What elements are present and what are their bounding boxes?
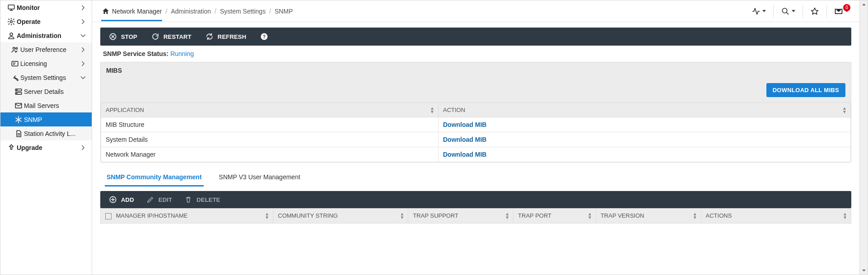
mibs-title: MIBS xyxy=(101,62,851,79)
search-icon[interactable] xyxy=(781,7,795,16)
chevron-right-icon xyxy=(79,143,87,152)
snmp-tabs: SNMP Community Management SNMP V3 User M… xyxy=(105,171,851,186)
activity-icon[interactable] xyxy=(751,7,766,16)
sidebar-item-mail-servers[interactable]: Mail Servers xyxy=(0,98,92,112)
breadcrumb-item-2[interactable]: System Settings xyxy=(220,8,266,15)
managers-toolbar: ADD EDIT DELETE xyxy=(100,191,851,208)
scrollbar[interactable] xyxy=(859,0,868,275)
col-trap-support[interactable]: TRAP SUPPORT ▲▼ xyxy=(408,209,513,224)
download-mib-link[interactable]: Download MIB xyxy=(443,121,486,128)
topbar: Network Manager / Administration / Syste… xyxy=(92,0,859,22)
help-button[interactable]: ? xyxy=(260,32,269,41)
sort-icon: ▲▼ xyxy=(842,107,847,114)
col-ip[interactable]: MANAGER IP/HOSTNAME ▲▼ xyxy=(101,209,273,224)
tab-v3-users[interactable]: SNMP V3 User Management xyxy=(217,171,302,186)
sidebar-item-licensing[interactable]: Licensing xyxy=(0,56,92,70)
col-application[interactable]: APPLICATION ▲▼ xyxy=(101,103,439,117)
breadcrumb-item-1[interactable]: Administration xyxy=(171,8,211,15)
content: STOP RESTART REFRESH ? SNMP Service Stat… xyxy=(92,22,859,275)
col-community[interactable]: COMMUNITY STRING ▲▼ xyxy=(273,209,408,224)
sidebar-item-sys-settings[interactable]: System Settings xyxy=(0,70,92,84)
sidebar-item-label: Mail Servers xyxy=(24,102,87,109)
col-action[interactable]: ACTION ▲▼ xyxy=(439,103,851,117)
home-icon xyxy=(101,7,110,16)
add-button[interactable]: ADD xyxy=(108,195,134,204)
breadcrumb-sep: / xyxy=(166,8,168,15)
cell-application: MIB Structure xyxy=(101,117,439,132)
table-row: System DetailsDownload MIB xyxy=(101,132,851,147)
chevron-right-icon xyxy=(79,45,87,54)
mibs-table: APPLICATION ▲▼ ACTION ▲▼ MIB StructureDo… xyxy=(101,103,851,162)
cell-application: Network Manager xyxy=(101,147,439,162)
sidebar-item-label: Licensing xyxy=(20,60,79,67)
svg-line-21 xyxy=(786,12,789,14)
sidebar-item-administration[interactable]: Administration xyxy=(0,28,92,42)
col-trap-version-label: TRAP VERSION xyxy=(601,212,644,219)
sidebar-item-label: Server Details xyxy=(24,88,87,95)
users-icon xyxy=(9,45,20,54)
status-label: SNMP Service Status: xyxy=(103,50,168,57)
sidebar-item-monitor[interactable]: Monitor xyxy=(0,0,92,14)
download-all-mibs-button[interactable]: DOWNLOAD ALL MIBS xyxy=(766,83,845,97)
cell-application: System Details xyxy=(101,132,439,147)
scroll-down-icon[interactable] xyxy=(860,266,868,275)
svg-point-12 xyxy=(17,89,18,90)
caret-down-icon xyxy=(762,10,766,12)
cell-action: Download MIB xyxy=(439,117,851,132)
col-ip-label: MANAGER IP/HOSTNAME xyxy=(116,212,188,219)
sidebar-item-user-pref[interactable]: User Preference xyxy=(0,42,92,56)
col-trap-version[interactable]: TRAP VERSION ▲▼ xyxy=(596,209,701,224)
col-community-label: COMMUNITY STRING xyxy=(278,212,338,219)
refresh-button[interactable]: REFRESH xyxy=(205,32,247,41)
sort-icon: ▲▼ xyxy=(400,212,405,219)
breadcrumb-home[interactable]: Network Manager xyxy=(101,2,162,21)
sort-icon: ▲▼ xyxy=(265,212,269,219)
breadcrumb-sep: / xyxy=(215,8,216,15)
chevron-right-icon xyxy=(79,17,87,26)
sidebar-item-operate[interactable]: Operate xyxy=(0,14,92,28)
sidebar-item-station-log[interactable]: Station Activity L... xyxy=(0,126,92,140)
col-trap-port[interactable]: TRAP PORT ▲▼ xyxy=(513,209,596,224)
download-mib-link[interactable]: Download MIB xyxy=(443,136,486,143)
server-icon xyxy=(13,87,24,96)
managers-table: MANAGER IP/HOSTNAME ▲▼ COMMUNITY STRING … xyxy=(100,208,851,224)
table-row: MIB StructureDownload MIB xyxy=(101,117,851,132)
delete-button[interactable]: DELETE xyxy=(184,195,220,204)
restart-button[interactable]: RESTART xyxy=(151,32,191,41)
svg-point-13 xyxy=(17,93,18,94)
svg-marker-22 xyxy=(812,8,818,14)
svg-text:?: ? xyxy=(263,34,266,39)
sidebar-item-label: User Preference xyxy=(20,46,79,53)
stop-button[interactable]: STOP xyxy=(108,32,137,41)
sidebar-item-server-details[interactable]: Server Details xyxy=(0,84,92,98)
refresh-label: REFRESH xyxy=(218,33,247,40)
edit-button[interactable]: EDIT xyxy=(146,195,172,204)
doc-icon xyxy=(13,129,24,138)
col-actions[interactable]: ACTIONS ▲▼ xyxy=(701,209,851,224)
sidebar: MonitorOperateAdministrationUser Prefere… xyxy=(0,0,92,275)
sidebar-item-label: SNMP xyxy=(24,116,87,123)
select-all-checkbox[interactable] xyxy=(105,213,112,219)
sidebar-item-label: Operate xyxy=(17,18,79,25)
sidebar-item-snmp[interactable]: SNMP xyxy=(0,112,92,126)
svg-point-5 xyxy=(13,47,15,49)
breadcrumb-sep: / xyxy=(269,8,271,15)
col-action-label: ACTION xyxy=(443,107,465,113)
main: Network Manager / Administration / Syste… xyxy=(92,0,859,275)
breadcrumb-item-3[interactable]: SNMP xyxy=(275,8,293,15)
svg-rect-7 xyxy=(12,61,18,66)
favorites-icon[interactable] xyxy=(810,7,819,16)
scroll-up-icon[interactable] xyxy=(860,0,868,9)
chevron-right-icon xyxy=(79,3,87,12)
cell-action: Download MIB xyxy=(439,132,851,147)
license-icon xyxy=(9,59,20,68)
tab-community[interactable]: SNMP Community Management xyxy=(105,171,204,186)
notifications-icon[interactable]: 0 xyxy=(834,7,853,16)
sidebar-item-label: Monitor xyxy=(17,4,79,11)
sidebar-item-upgrade[interactable]: Upgrade xyxy=(0,140,92,154)
top-actions: 0 xyxy=(751,5,853,18)
download-mib-link[interactable]: Download MIB xyxy=(443,151,486,158)
sidebar-item-label: Administration xyxy=(17,32,79,39)
sort-icon: ▲▼ xyxy=(430,107,434,114)
stop-label: STOP xyxy=(121,33,137,40)
